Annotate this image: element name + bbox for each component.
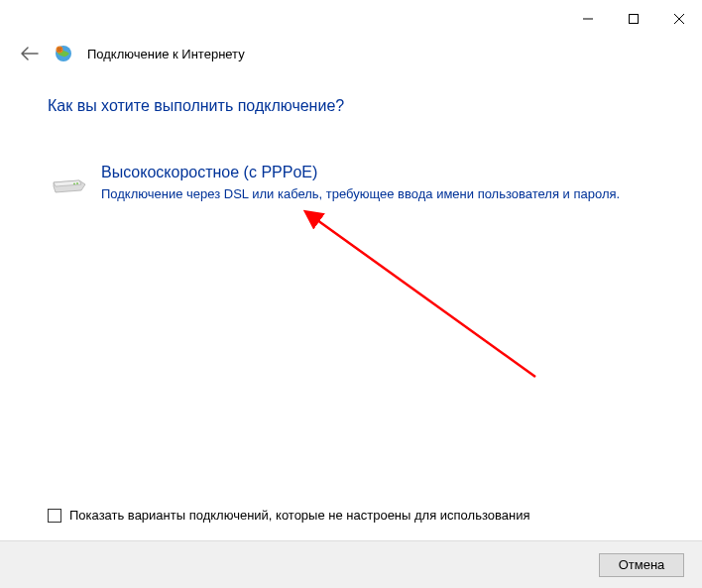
modem-icon <box>52 167 87 194</box>
close-button[interactable] <box>656 6 702 32</box>
option-description: Подключение через DSL или кабель, требую… <box>101 185 650 203</box>
svg-point-7 <box>73 182 75 184</box>
show-unconfigured-checkbox[interactable] <box>48 509 61 523</box>
content-area: Как вы хотите выполнить подключение? Выс… <box>0 73 702 206</box>
annotation-arrow <box>297 208 575 407</box>
svg-point-6 <box>76 182 78 184</box>
show-unconfigured-row: Показать варианты подключений, которые н… <box>0 508 702 540</box>
back-button[interactable] <box>20 44 40 63</box>
svg-line-9 <box>317 220 535 377</box>
option-title: Высокоскоростное (с PPPoE) <box>101 163 650 183</box>
option-pppoe[interactable]: Высокоскоростное (с PPPoE) Подключение ч… <box>48 159 654 206</box>
show-unconfigured-label: Показать варианты подключений, которые н… <box>69 508 529 523</box>
cancel-button[interactable]: Отмена <box>599 553 684 577</box>
svg-rect-1 <box>630 15 639 24</box>
titlebar <box>0 0 702 32</box>
page-heading: Как вы хотите выполнить подключение? <box>48 97 654 115</box>
footer-bar: Отмена <box>0 540 702 588</box>
minimize-button[interactable] <box>565 6 611 32</box>
maximize-button[interactable] <box>611 6 656 32</box>
wizard-title: Подключение к Интернету <box>87 47 245 61</box>
globe-icon <box>54 44 73 63</box>
wizard-header: Подключение к Интернету <box>0 32 702 73</box>
option-text: Высокоскоростное (с PPPoE) Подключение ч… <box>101 163 650 202</box>
bottom-area: Показать варианты подключений, которые н… <box>0 508 702 588</box>
